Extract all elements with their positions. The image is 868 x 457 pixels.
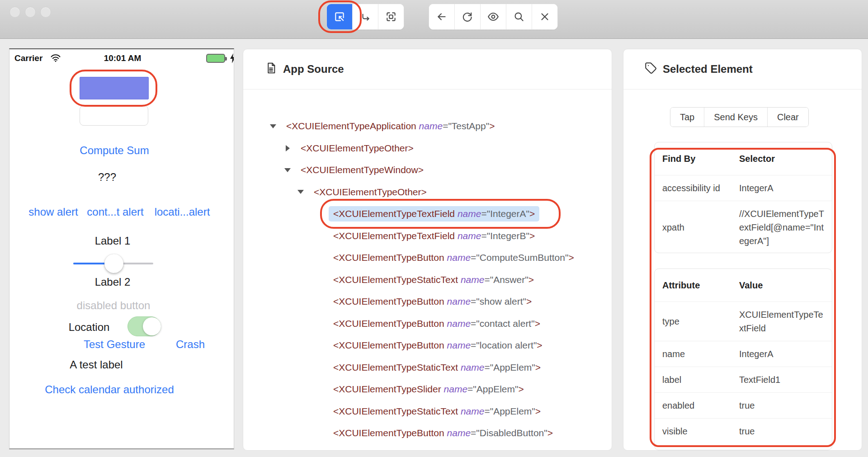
- app-source-title: App Source: [283, 63, 344, 75]
- source-tree-row[interactable]: <XCUIElementTypeWindow>: [243, 159, 612, 181]
- select-elements-button[interactable]: [327, 4, 353, 29]
- show-alert-button[interactable]: show alert: [28, 206, 78, 218]
- attribute-row-value: IntegerA: [739, 347, 832, 361]
- source-tree-row[interactable]: <XCUIElementTypeTextField name="IntegerB…: [243, 225, 612, 247]
- swipe-by-coordinates-button[interactable]: [353, 4, 378, 29]
- minimize-window-button[interactable]: [25, 7, 36, 18]
- search-icon: [513, 11, 525, 23]
- xml-node-text: <XCUIElementTypeOther>: [309, 184, 431, 200]
- attribute-row-value: true: [739, 399, 832, 412]
- label-1: Label 1: [95, 235, 131, 247]
- battery-icon: [206, 54, 225, 63]
- xml-node-text: <XCUIElementTypeStaticText name="AppElem…: [329, 360, 545, 375]
- carrier-label: Carrier: [14, 53, 42, 63]
- source-tree-row[interactable]: <XCUIElementTypeButton name="contact ale…: [243, 313, 612, 335]
- close-window-button[interactable]: [9, 7, 20, 18]
- source-tree-row[interactable]: <XCUIElementTypeOther>: [243, 181, 612, 203]
- document-icon: [265, 62, 277, 77]
- caret-down-icon: [297, 190, 304, 194]
- source-tree-row[interactable]: <XCUIElementTypeButton name="show alert"…: [243, 291, 612, 313]
- toggle-knob: [143, 317, 161, 335]
- caret-icon[interactable]: [296, 190, 306, 194]
- source-tree-row[interactable]: <XCUIElementTypeButton name="location al…: [243, 335, 612, 357]
- back-button[interactable]: [429, 4, 455, 29]
- crash-button[interactable]: Crash: [176, 338, 205, 351]
- tag-icon: [645, 62, 657, 77]
- attribute-row-key: label: [655, 373, 739, 386]
- xml-node-text: <XCUIElementTypeOther>: [296, 141, 418, 156]
- integer-a-field-highlighted[interactable]: [80, 77, 149, 99]
- find-by-row: xpath//XCUIElementTypeTextField[@name="I…: [655, 201, 832, 253]
- select-elements-icon: [334, 11, 345, 23]
- contact-alert-button[interactable]: cont...t alert: [87, 206, 143, 218]
- close-session-icon: [539, 11, 551, 23]
- wifi-icon: [50, 53, 61, 64]
- caret-right-icon: [286, 145, 290, 151]
- check-calendar-button[interactable]: Check calendar authorized: [45, 383, 174, 396]
- source-tree-row[interactable]: <XCUIElementTypeStaticText name="AppElem…: [243, 400, 612, 423]
- caret-icon[interactable]: [268, 124, 278, 128]
- source-tree-row[interactable]: <XCUIElementTypeSlider name="AppElem">: [243, 378, 612, 400]
- source-tree-row[interactable]: <XCUIElementTypeApplication name="TestAp…: [243, 115, 612, 137]
- xml-node-text: <XCUIElementTypeSlider name="AppElem">: [329, 382, 528, 397]
- caret-icon[interactable]: [283, 168, 292, 172]
- source-tree-row[interactable]: <XCUIElementTypeStaticText name="Answer"…: [243, 269, 612, 291]
- find-by-table-header: Find By Selector: [655, 142, 832, 175]
- selected-element-panel: Selected Element Tap Send Keys Clear Fin…: [623, 49, 862, 451]
- source-tree-row[interactable]: <XCUIElementTypeButton name="DisabledBut…: [243, 422, 612, 444]
- xml-node-text: <XCUIElementTypeStaticText name="Answer"…: [329, 272, 538, 287]
- slider-knob[interactable]: [104, 254, 123, 273]
- find-by-row-value: IntegerA: [739, 181, 832, 195]
- caret-down-icon: [270, 124, 276, 128]
- compute-sum-button[interactable]: Compute Sum: [80, 144, 149, 157]
- refresh-button[interactable]: [455, 4, 481, 29]
- xml-node-text: <XCUIElementTypeTextField name="IntegerA…: [329, 206, 539, 221]
- source-tree-row[interactable]: <XCUIElementTypeButton name="ComputeSumB…: [243, 247, 612, 269]
- status-time: 10:01 AM: [104, 53, 142, 63]
- find-by-row-key: xpath: [655, 221, 739, 234]
- answer-label: ???: [98, 171, 116, 184]
- source-tree-row[interactable]: <XCUIElementTypeOther>: [243, 137, 612, 160]
- xml-node-text: <XCUIElementTypeButton name="ComputeSumB…: [329, 250, 579, 265]
- integer-b-field[interactable]: [80, 105, 148, 126]
- refresh-icon: [462, 11, 473, 23]
- caret-down-icon: [284, 168, 291, 172]
- attribute-table-header: Attribute Value: [655, 269, 832, 302]
- element-action-group: Tap Send Keys Clear: [670, 107, 809, 127]
- search-button[interactable]: [506, 4, 532, 29]
- eye-icon: [487, 11, 499, 23]
- attribute-row-key: enabled: [655, 399, 739, 412]
- attribute-header-cell: Attribute: [655, 278, 739, 292]
- attribute-row: typeXCUIElementTypeTextField: [655, 302, 832, 341]
- location-alert-button[interactable]: locati...alert: [155, 206, 210, 218]
- device-status-bar: Carrier 10:01 AM: [9, 52, 234, 65]
- attribute-row-key: visible: [655, 424, 739, 438]
- xml-node-text: <XCUIElementTypeButton name="contact ale…: [329, 316, 545, 331]
- xml-node-text: <XCUIElementTypeWindow>: [296, 162, 428, 178]
- back-arrow-icon: [436, 11, 448, 23]
- location-label: Location: [69, 321, 110, 334]
- highlight-elements-button[interactable]: [481, 4, 506, 29]
- tap-button[interactable]: Tap: [670, 108, 704, 127]
- screenshot-expand-button[interactable]: [378, 4, 404, 29]
- screenshot-expand-icon: [385, 11, 397, 23]
- source-tree-row[interactable]: <XCUIElementTypeTextField name="IntegerA…: [243, 203, 612, 225]
- attribute-row: enabledtrue: [655, 393, 832, 419]
- send-keys-button[interactable]: Send Keys: [704, 108, 768, 127]
- find-by-table: Find By Selector accessibility idInteger…: [654, 142, 832, 253]
- value-header-cell: Value: [739, 278, 832, 292]
- xml-node-text: <XCUIElementTypeButton name="show alert"…: [329, 294, 536, 309]
- attribute-row-key: type: [655, 315, 739, 328]
- xml-node-text: <XCUIElementTypeTextField name="IntegerB…: [329, 228, 539, 244]
- attribute-row-value: TextField1: [739, 373, 832, 386]
- location-toggle[interactable]: [127, 316, 161, 336]
- zoom-window-button[interactable]: [40, 7, 51, 18]
- xml-node-text: <XCUIElementTypeButton name="location al…: [329, 338, 547, 353]
- selected-element-title: Selected Element: [663, 63, 753, 75]
- caret-icon[interactable]: [283, 145, 292, 151]
- xml-node-text: <XCUIElementTypeButton name="DisabledBut…: [329, 425, 557, 441]
- quit-session-button[interactable]: [532, 4, 557, 29]
- clear-button[interactable]: Clear: [768, 108, 808, 127]
- test-gesture-button[interactable]: Test Gesture: [84, 338, 145, 351]
- source-tree-row[interactable]: <XCUIElementTypeStaticText name="AppElem…: [243, 357, 612, 379]
